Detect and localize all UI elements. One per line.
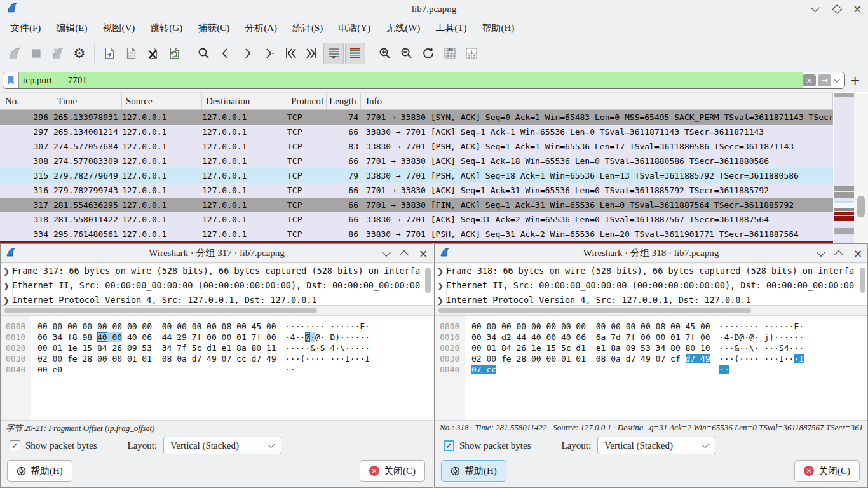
menu-item-3[interactable]: 跳转(G) bbox=[142, 20, 190, 37]
minimize-icon[interactable] bbox=[382, 248, 393, 259]
menu-item-7[interactable]: 电话(Y) bbox=[330, 20, 378, 37]
layout-select[interactable]: Vertical (Stacked) bbox=[163, 437, 281, 454]
menu-item-8[interactable]: 无线(W) bbox=[378, 20, 428, 37]
column-destination[interactable]: Destination bbox=[202, 93, 287, 109]
stop-capture-button[interactable] bbox=[26, 43, 46, 64]
hex-bytes[interactable]: 00 01 84 26 1e 15 5c d1 e1 8a 09 53 34 8… bbox=[471, 342, 710, 353]
reload-file-button[interactable] bbox=[164, 43, 184, 64]
packet-bytes-pane[interactable]: 000000 00 00 00 00 00 00 00 00 00 00 00 … bbox=[435, 315, 867, 421]
hex-bytes[interactable]: 00 e0 bbox=[37, 364, 62, 375]
hex-ascii[interactable]: ·4·D@·@· j}······ bbox=[719, 332, 804, 342]
hex-ascii[interactable]: ········ ······E· bbox=[719, 321, 804, 332]
tree-hscrollbar[interactable] bbox=[1, 307, 433, 315]
hex-ascii[interactable]: ·····&·S 4·\····· bbox=[285, 342, 370, 353]
go-to-packet-button[interactable] bbox=[259, 43, 279, 64]
packet-detail-tree[interactable]: ❯Frame 318: 66 bytes on wire (528 bits),… bbox=[435, 264, 867, 306]
column-info[interactable]: Info bbox=[361, 93, 833, 109]
menu-item-1[interactable]: 编辑(E) bbox=[48, 20, 95, 37]
hscrollbar-handle[interactable] bbox=[4, 308, 317, 313]
column-source[interactable]: Source bbox=[122, 93, 202, 109]
menu-item-6[interactable]: 统计(S) bbox=[285, 20, 330, 37]
packet-row-317[interactable]: 317281.554636295127.0.0.1127.0.0.1TCP667… bbox=[0, 198, 833, 212]
menu-item-5[interactable]: 分析(A) bbox=[237, 20, 285, 37]
window-titlebar[interactable]: Wireshark · 分组 318 · lib7.pcapng × bbox=[435, 244, 867, 263]
maximize-icon[interactable] bbox=[400, 248, 411, 259]
menu-item-9[interactable]: 工具(T) bbox=[428, 20, 474, 37]
tree-scrollbar-handle[interactable] bbox=[860, 268, 865, 293]
find-packet-button[interactable] bbox=[194, 43, 214, 64]
hex-bytes[interactable]: 00 00 00 00 00 00 00 00 00 00 00 00 08 0… bbox=[471, 321, 710, 332]
hex-row-0040[interactable]: 004000 e0·· bbox=[1, 364, 433, 375]
packet-list-scrollbar[interactable] bbox=[854, 93, 868, 243]
hex-ascii[interactable]: ···(···· ···I···I bbox=[719, 353, 804, 364]
hex-ascii[interactable]: ·· bbox=[285, 364, 295, 375]
help-button[interactable]: 帮助(H) bbox=[441, 460, 506, 482]
first-packet-button[interactable] bbox=[280, 43, 301, 64]
packet-row-296[interactable]: 296265.133978931127.0.0.1127.0.0.1TCP747… bbox=[0, 110, 833, 125]
layout-panes-button[interactable]: 123 bbox=[461, 43, 482, 64]
colorize-packets-button[interactable] bbox=[345, 43, 365, 64]
capture-options-gear-button[interactable]: ⚙ bbox=[69, 43, 90, 64]
close-icon[interactable]: × bbox=[417, 248, 429, 259]
expander-icon[interactable]: ❯ bbox=[435, 294, 446, 306]
display-filter-input[interactable] bbox=[19, 72, 803, 88]
hex-bytes[interactable]: 00 34 d2 44 40 00 40 06 6a 7d 7f 00 00 0… bbox=[471, 332, 710, 342]
hex-row-0010[interactable]: 001000 34 f8 98 40 00 40 06 44 29 7f 00 … bbox=[1, 332, 433, 342]
tree-row[interactable]: ❯Internet Protocol Version 4, Src: 127.0… bbox=[435, 293, 867, 306]
packet-detail-tree[interactable]: ❯Frame 317: 66 bytes on wire (528 bits),… bbox=[1, 264, 433, 306]
packet-row-318[interactable]: 318281.558011422127.0.0.1127.0.0.1TCP663… bbox=[0, 212, 833, 227]
show-packet-bytes-checkbox[interactable]: ✓ bbox=[10, 440, 20, 451]
scrollbar-handle[interactable] bbox=[857, 196, 865, 217]
minimize-icon[interactable] bbox=[817, 248, 828, 259]
last-packet-button[interactable] bbox=[302, 43, 322, 64]
menu-item-4[interactable]: 捕获(C) bbox=[190, 20, 237, 37]
tree-row[interactable]: ❯Ethernet II, Src: 00:00:00_00:00:00 (00… bbox=[435, 278, 867, 293]
column-time[interactable]: Time bbox=[53, 93, 122, 109]
hex-row-0030[interactable]: 003002 00 fe 28 00 00 01 01 08 0a d7 49 … bbox=[435, 353, 867, 364]
filter-clear-icon[interactable]: × bbox=[803, 74, 816, 86]
hex-row-0020[interactable]: 002000 01 1e 15 84 26 09 53 34 7f 5c d1 … bbox=[1, 342, 433, 353]
expander-icon[interactable]: ❯ bbox=[1, 264, 12, 279]
hex-row-0020[interactable]: 002000 01 84 26 1e 15 5c d1 e1 8a 09 53 … bbox=[435, 342, 867, 353]
start-capture-fin-button[interactable] bbox=[4, 43, 25, 64]
close-button[interactable]: ✕ 关闭(C) bbox=[360, 460, 425, 482]
packet-row-334[interactable]: 334295.761480561127.0.0.1127.0.0.1TCP863… bbox=[0, 227, 833, 241]
tree-row[interactable]: ❯Internet Protocol Version 4, Src: 127.0… bbox=[1, 293, 433, 306]
packet-row-307[interactable]: 307274.577057684127.0.0.1127.0.0.1TCP833… bbox=[0, 139, 833, 154]
close-icon[interactable]: × bbox=[852, 248, 864, 259]
expander-icon[interactable]: ❯ bbox=[435, 279, 446, 294]
packet-list-minimap[interactable] bbox=[833, 93, 854, 243]
maximize-icon[interactable] bbox=[831, 3, 843, 15]
tree-row[interactable]: ❯Frame 318: 66 bytes on wire (528 bits),… bbox=[435, 264, 867, 278]
expander-icon[interactable]: ❯ bbox=[435, 264, 446, 279]
close-icon[interactable]: × bbox=[851, 3, 863, 15]
filter-apply-icon[interactable]: → bbox=[818, 74, 831, 86]
hex-row-0000[interactable]: 000000 00 00 00 00 00 00 00 00 00 00 00 … bbox=[435, 321, 867, 332]
menu-item-10[interactable]: 帮助(H) bbox=[474, 20, 522, 37]
go-back-button[interactable] bbox=[215, 43, 236, 64]
column-length[interactable]: Length bbox=[327, 93, 361, 109]
hex-row-0030[interactable]: 003002 00 fe 28 00 00 01 01 08 0a d7 49 … bbox=[1, 353, 433, 364]
hex-ascii[interactable]: ·4··@·@· D)······ bbox=[285, 332, 370, 342]
help-button[interactable]: 帮助(H) bbox=[7, 460, 72, 482]
resize-columns-button[interactable] bbox=[440, 43, 460, 64]
hex-bytes[interactable]: 00 01 1e 15 84 26 09 53 34 7f 5c d1 e1 8… bbox=[37, 342, 276, 353]
go-forward-button[interactable] bbox=[237, 43, 257, 64]
hex-ascii[interactable]: ·· bbox=[719, 364, 729, 375]
packet-row-308[interactable]: 308274.577083309127.0.0.1127.0.0.1TCP667… bbox=[0, 154, 833, 168]
packet-row-315[interactable]: 315279.782779649127.0.0.1127.0.0.1TCP793… bbox=[0, 168, 833, 183]
packet-row-297[interactable]: 297265.134001214127.0.0.1127.0.0.1TCP663… bbox=[0, 125, 833, 139]
hex-bytes[interactable]: 00 34 f8 98 40 00 40 06 44 29 7f 00 00 0… bbox=[37, 332, 276, 342]
column-protocol[interactable]: Protocol bbox=[287, 93, 327, 109]
zoom-in-button[interactable] bbox=[375, 43, 395, 64]
expander-icon[interactable]: ❯ bbox=[1, 294, 12, 306]
menu-item-0[interactable]: 文件(F) bbox=[3, 20, 48, 37]
layout-select[interactable]: Vertical (Stacked) bbox=[597, 437, 715, 454]
column-no[interactable]: No. bbox=[0, 93, 53, 109]
auto-scroll-button[interactable] bbox=[323, 43, 344, 64]
expander-icon[interactable]: ❯ bbox=[1, 279, 12, 294]
hex-bytes[interactable]: 07 cc bbox=[471, 364, 496, 375]
hex-row-0000[interactable]: 000000 00 00 00 00 00 00 00 00 00 00 00 … bbox=[1, 321, 433, 332]
hex-bytes[interactable]: 02 00 fe 28 00 00 01 01 08 0a d7 49 07 c… bbox=[471, 353, 710, 364]
packet-bytes-pane[interactable]: 000000 00 00 00 00 00 00 00 00 00 00 00 … bbox=[1, 315, 433, 421]
